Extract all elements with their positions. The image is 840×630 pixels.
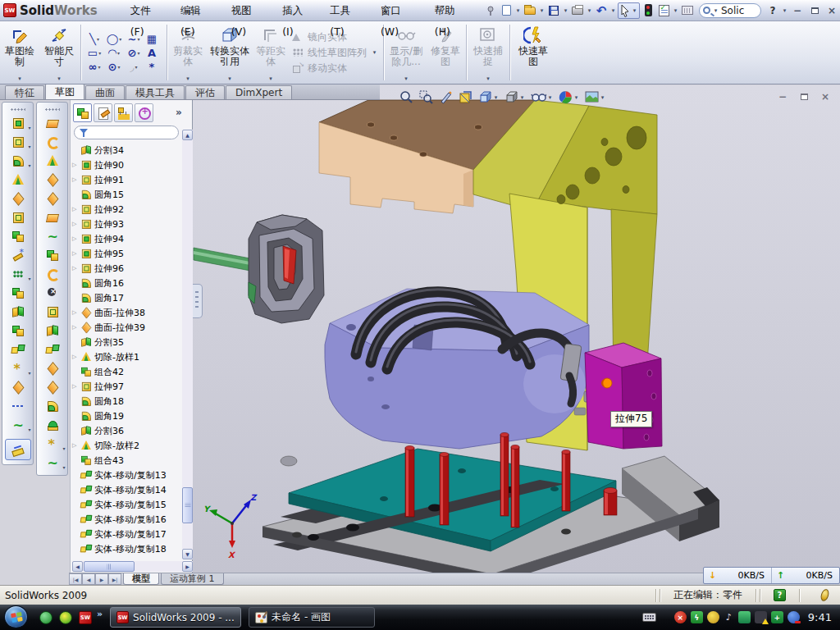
toolbar-button[interactable]: ▾ [5,285,31,301]
tree-item[interactable]: ▷ 圆角19 [72,409,181,423]
toolbar-button[interactable]: ▾ [5,247,31,263]
toolbar-button[interactable]: ▾ [5,360,31,377]
tool-dropdown-icon[interactable]: ▾ [28,427,30,432]
scroll-down-button[interactable]: ▼ [182,549,193,559]
toolbar-button[interactable]: ▾ [5,190,31,207]
tool-dropdown-icon[interactable]: ▾ [28,144,30,149]
vertical-scroll-thumb[interactable] [182,487,193,523]
sketch-entity-button[interactable]: ╲▾ [84,32,104,46]
command-manager-tab[interactable]: 草图 [45,84,84,99]
entity-dropdown-icon[interactable]: ▾ [98,64,100,70]
command-manager-tab[interactable]: DimXpert [226,85,292,99]
view-orientation-icon[interactable]: ▾ [477,89,500,105]
quicklaunch-app-icon[interactable] [59,611,72,624]
tree-item[interactable]: ▷ 圆角17 [72,290,181,305]
open-button[interactable] [523,2,537,19]
horizontal-scroll-thumb[interactable] [84,561,135,572]
expand-arrow-icon[interactable]: ▷ [72,442,80,449]
tree-item[interactable]: ▷ 实体-移动/复制14 [72,482,181,497]
scroll-up-button[interactable]: ▲ [182,130,193,140]
tree-item[interactable]: ▷ 拉伸96 [72,261,181,276]
tree-item[interactable]: ▷ 切除-放样2 [72,438,181,453]
entity-dropdown-icon[interactable]: ▾ [98,50,101,56]
tree-item[interactable]: ▷ 圆角15 [72,187,181,202]
start-button[interactable] [4,605,28,628]
rapid-sketch-button[interactable]: 快速草图 [512,21,555,84]
panel-splitter-handle[interactable] [193,284,203,318]
toolbar-button[interactable]: ▾ [39,266,66,282]
quicklaunch-messenger-icon[interactable] [39,611,52,624]
entity-dropdown-icon[interactable]: ▾ [135,64,138,70]
toolbar-button[interactable]: ▾ [39,209,66,226]
select-tool-button[interactable]: ▾ [618,2,640,19]
convert-dropdown-icon[interactable]: ▾ [228,75,231,82]
tree-item[interactable]: ▷ 实体-移动/复制18 [72,541,181,556]
toolbar-button[interactable]: ▾ [39,454,66,471]
tree-horizontal-scrollbar[interactable]: ◀ ▶ [72,561,193,572]
tray-shield-icon[interactable]: ϟ [691,611,703,623]
doc-restore-button[interactable] [796,90,812,103]
toolbar-button[interactable]: ▾ [39,171,66,188]
quick-tips-icon[interactable]: ? [774,589,786,601]
tree-item[interactable]: ▷ 圆角18 [72,394,181,409]
toolbar-button[interactable]: ▾ [5,417,31,433]
command-manager-tab[interactable]: 曲面 [85,85,125,99]
sketch-entity-button[interactable]: ⊙▾ [104,60,124,74]
toolbar-button[interactable]: ▾ [5,398,31,414]
tree-item[interactable]: ▷ 拉伸94 [72,231,181,246]
assembly-model[interactable]: Y Z X [193,85,840,573]
input-method-icon[interactable] [642,613,656,622]
display-style-dropdown-icon[interactable]: ▾ [519,94,525,101]
toolbar-button[interactable]: ▾ [5,115,31,131]
pin-icon[interactable] [483,2,498,19]
tree-item[interactable]: ▷ 拉伸93 [72,217,181,231]
zoom-area-icon[interactable] [418,89,435,105]
sketch-entity-button[interactable]: ∞▾ [84,60,104,74]
search-input[interactable]: Solic [721,5,754,16]
menu-item[interactable]: 编辑(E) [171,0,221,21]
tool-dropdown-icon[interactable]: ▾ [28,276,30,281]
toolbar-button[interactable]: ▾ [5,341,31,358]
tree-item[interactable]: ▷ 实体-移动/复制16 [72,512,181,527]
expand-arrow-icon[interactable]: ▷ [72,162,80,168]
entity-dropdown-icon[interactable]: ▾ [117,64,120,70]
expand-arrow-icon[interactable]: ▷ [72,324,80,331]
toolbar-button[interactable]: ▾ [5,304,31,320]
measure-tool-button-pressed[interactable] [5,439,31,460]
design-checker-button[interactable] [656,2,671,19]
hide-show-dropdown-icon[interactable]: ▾ [547,94,553,101]
help-button[interactable]: ? [765,2,780,19]
toolbar-button[interactable]: ▾ [39,247,66,263]
panel-overflow-chevron[interactable]: » [176,107,182,118]
dimxpert-manager-tab[interactable] [135,103,153,122]
tree-item[interactable]: ▷ 组合43 [72,453,181,468]
expand-arrow-icon[interactable]: ▷ [72,265,80,272]
select-dropdown-icon[interactable]: ▾ [631,7,638,14]
tree-vertical-scrollbar[interactable]: ▲ ▼ [182,130,193,559]
tree-item[interactable]: ▷ 拉伸95 [72,246,181,261]
expand-arrow-icon[interactable]: ▷ [72,221,80,227]
toolbar-button[interactable]: ▾ [39,398,66,414]
configuration-manager-tab[interactable] [114,103,133,122]
tree-item[interactable]: ▷ 拉伸97 [72,379,181,394]
tree-item[interactable]: ▷ 组合42 [72,364,181,379]
zoom-selection-icon[interactable] [437,89,454,105]
tree-item[interactable]: ▷ 切除-放样1 [72,349,181,364]
taskbar-task-solidworks[interactable]: SW SolidWorks 2009 - ... [110,607,241,628]
menu-item[interactable]: 文件(F) [121,0,171,21]
search-dropdown-icon[interactable]: ▾ [712,7,719,14]
tree-item[interactable]: ▷ 拉伸92 [72,202,181,217]
sketch-entity-button[interactable]: ⊘▾ [124,46,144,60]
toolbar-button[interactable]: ▾ [5,379,31,395]
tab-nav-button[interactable]: ◀ [82,573,95,585]
print-button[interactable] [570,2,585,19]
zoom-fit-icon[interactable] [398,89,415,105]
close-button[interactable]: × [824,3,840,18]
entity-dropdown-icon[interactable]: ▾ [117,50,120,56]
scene-icon[interactable]: ▾ [583,89,607,105]
new-document-button[interactable] [499,2,514,19]
sketch-entity-button[interactable]: A▾ [144,46,163,60]
toolbar-button[interactable]: ▾ [5,322,31,339]
appearance-icon[interactable]: ▾ [557,89,581,105]
model-part-magenta-block[interactable] [585,343,662,449]
